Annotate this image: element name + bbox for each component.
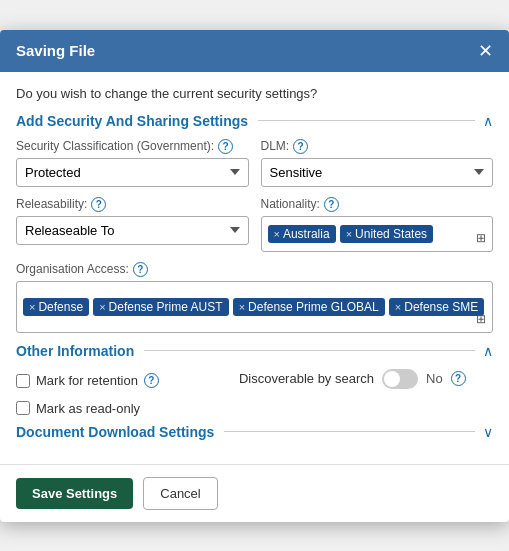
cancel-button[interactable]: Cancel: [143, 477, 217, 510]
modal-footer: Save Settings Cancel: [0, 464, 509, 522]
security-section-header: Add Security And Sharing Settings ∧: [16, 113, 493, 129]
modal-subtitle: Do you wish to change the current securi…: [16, 86, 493, 101]
org-tag-defense-prime-global[interactable]: × Defense Prime GLOBAL: [233, 298, 385, 316]
org-access-group: Organisation Access: ? × Defense × Defen…: [16, 262, 493, 333]
remove-australia-icon[interactable]: ×: [274, 228, 280, 240]
other-section-header: Other Information ∧: [16, 343, 493, 359]
org-tag-defense[interactable]: × Defense: [23, 298, 89, 316]
dlm-label: DLM:: [261, 139, 290, 153]
security-section-title: Add Security And Sharing Settings: [16, 113, 248, 129]
download-section-title: Document Download Settings: [16, 424, 214, 440]
nationality-help-icon[interactable]: ?: [324, 197, 339, 212]
nationality-label-row: Nationality: ?: [261, 197, 494, 212]
nationality-tag-box[interactable]: × Australia × United States ⊞: [261, 216, 494, 252]
saving-file-modal: Saving File ✕ Do you wish to change the …: [0, 30, 509, 522]
discoverable-toggle[interactable]: [382, 369, 418, 389]
mark-readonly-row: Mark as read-only: [16, 401, 493, 416]
toggle-slider: [382, 369, 418, 389]
releasability-select[interactable]: Releaseable To: [16, 216, 249, 245]
classification-label-row: Security Classification (Government): ?: [16, 139, 249, 154]
classification-label: Security Classification (Government):: [16, 139, 214, 153]
download-section-divider: [224, 431, 475, 432]
modal-header: Saving File ✕: [0, 30, 509, 72]
save-settings-button[interactable]: Save Settings: [16, 478, 133, 509]
nationality-label: Nationality:: [261, 197, 320, 211]
remove-defense-sme-icon[interactable]: ×: [395, 301, 401, 313]
nationality-dropdown-arrow[interactable]: ⊞: [476, 231, 486, 245]
nationality-tag-australia[interactable]: × Australia: [268, 225, 336, 243]
modal-title: Saving File: [16, 42, 95, 59]
other-collapse-chevron[interactable]: ∧: [483, 343, 493, 359]
classification-group: Security Classification (Government): ? …: [16, 139, 249, 187]
nationality-tag-usa[interactable]: × United States: [340, 225, 433, 243]
discoverable-label: Discoverable by search: [239, 371, 374, 386]
security-section-divider: [258, 120, 475, 121]
download-section-header: Document Download Settings ∨: [16, 424, 493, 440]
remove-usa-icon[interactable]: ×: [346, 228, 352, 240]
download-section: Document Download Settings ∨: [16, 424, 493, 440]
org-access-label-row: Organisation Access: ?: [16, 262, 493, 277]
other-section-divider: [144, 350, 475, 351]
other-section-title: Other Information: [16, 343, 134, 359]
dlm-help-icon[interactable]: ?: [293, 139, 308, 154]
classification-dlm-row: Security Classification (Government): ? …: [16, 139, 493, 187]
org-access-tag-box[interactable]: × Defense × Defense Prime AUST × Defense…: [16, 281, 493, 333]
releasability-label: Releasability:: [16, 197, 87, 211]
dlm-select[interactable]: Sensitive: [261, 158, 494, 187]
releasability-nationality-row: Releasability: ? Releaseable To National…: [16, 197, 493, 252]
mark-retention-label: Mark for retention: [36, 373, 138, 388]
mark-retention-row: Mark for retention ?: [16, 373, 159, 388]
org-tag-defense-sme[interactable]: × Defense SME: [389, 298, 484, 316]
releasability-label-row: Releasability: ?: [16, 197, 249, 212]
modal-body: Do you wish to change the current securi…: [0, 72, 509, 464]
releasability-group: Releasability: ? Releaseable To: [16, 197, 249, 252]
classification-select[interactable]: Protected: [16, 158, 249, 187]
releasability-help-icon[interactable]: ?: [91, 197, 106, 212]
dlm-group: DLM: ? Sensitive: [261, 139, 494, 187]
org-tag-defense-prime-aust[interactable]: × Defense Prime AUST: [93, 298, 228, 316]
classification-help-icon[interactable]: ?: [218, 139, 233, 154]
dlm-label-row: DLM: ?: [261, 139, 494, 154]
remove-defense-prime-global-icon[interactable]: ×: [239, 301, 245, 313]
security-collapse-chevron[interactable]: ∧: [483, 113, 493, 129]
other-section: Other Information ∧ Mark for retention ?…: [16, 343, 493, 416]
nationality-group: Nationality: ? × Australia × United Stat…: [261, 197, 494, 252]
remove-defense-prime-aust-icon[interactable]: ×: [99, 301, 105, 313]
retention-help-icon[interactable]: ?: [144, 373, 159, 388]
remove-defense-icon[interactable]: ×: [29, 301, 35, 313]
org-access-help-icon[interactable]: ?: [133, 262, 148, 277]
download-collapse-chevron[interactable]: ∨: [483, 424, 493, 440]
mark-readonly-label: Mark as read-only: [36, 401, 140, 416]
close-button[interactable]: ✕: [478, 42, 493, 60]
discoverable-no-label: No: [426, 371, 443, 386]
mark-retention-checkbox[interactable]: [16, 374, 30, 388]
mark-readonly-checkbox[interactable]: [16, 401, 30, 415]
org-access-dropdown-arrow[interactable]: ⊞: [476, 312, 486, 326]
org-access-label: Organisation Access:: [16, 262, 129, 276]
discoverable-row: Discoverable by search No ?: [239, 369, 466, 389]
discoverable-help-icon[interactable]: ?: [451, 371, 466, 386]
